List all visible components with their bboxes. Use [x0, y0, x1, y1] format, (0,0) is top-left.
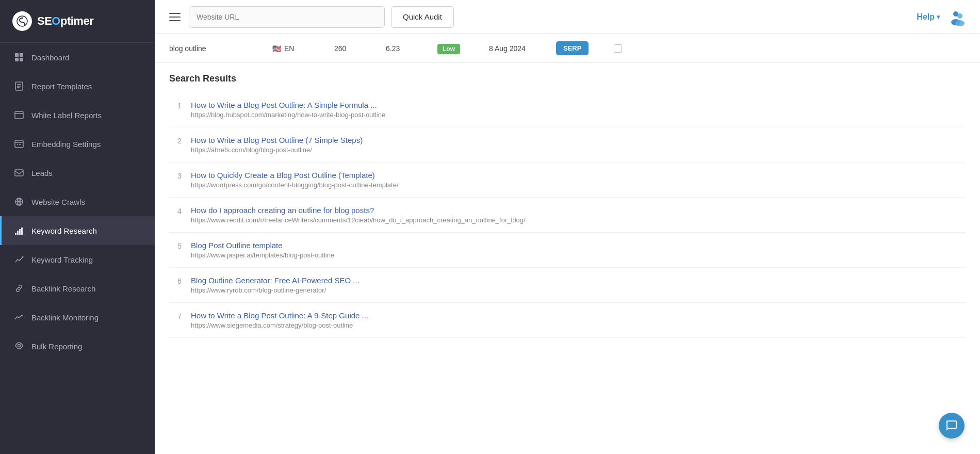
result-title[interactable]: How do I approach creating an outline fo…	[191, 206, 966, 215]
hamburger-line-3	[169, 20, 181, 21]
menu-toggle-button[interactable]	[167, 11, 183, 23]
svg-rect-13	[15, 140, 23, 148]
result-item: 6 Blog Outline Generator: Free AI-Powere…	[169, 268, 966, 303]
avatar[interactable]	[948, 7, 968, 27]
sidebar-item-label-keyword-tracking: Keyword Tracking	[31, 255, 93, 264]
sidebar-item-keyword-tracking[interactable]: Keyword Tracking	[0, 245, 155, 274]
result-title[interactable]: Blog Outline Generator: Free AI-Powered …	[191, 276, 966, 285]
keyword-date: 8 Aug 2024	[489, 44, 556, 53]
search-results-section: Search Results 1 How to Write a Blog Pos…	[155, 63, 980, 338]
language-code: EN	[284, 44, 294, 53]
result-number: 2	[169, 136, 182, 145]
svg-rect-5	[15, 58, 19, 61]
sidebar-item-leads[interactable]: Leads	[0, 158, 155, 187]
result-content: How to Quickly Create a Blog Post Outlin…	[191, 171, 966, 189]
content-area: blog outline 🇺🇸 EN 260 6.23 Low 8 Aug 20…	[155, 34, 980, 454]
result-content: How do I approach creating an outline fo…	[191, 206, 966, 224]
result-content: Blog Outline Generator: Free AI-Powered …	[191, 276, 966, 294]
svg-rect-25	[21, 228, 23, 235]
header: Quick Audit Help ▾	[155, 0, 980, 34]
result-content: How to Write a Blog Post Outline (7 Simp…	[191, 136, 966, 154]
competition-badge: Low	[437, 44, 460, 54]
sidebar-item-backlink-monitoring[interactable]: Backlink Monitoring	[0, 303, 155, 332]
sidebar-item-report-templates[interactable]: Report Templates	[0, 72, 155, 101]
result-item: 2 How to Write a Blog Post Outline (7 Si…	[169, 127, 966, 163]
result-title[interactable]: How to Write a Blog Post Outline: A Simp…	[191, 101, 966, 109]
result-content: How to Write a Blog Post Outline: A 9-St…	[191, 311, 966, 329]
chevron-down-icon: ▾	[937, 13, 940, 21]
result-item: 3 How to Quickly Create a Blog Post Outl…	[169, 163, 966, 198]
svg-rect-3	[15, 53, 19, 57]
svg-point-2	[24, 24, 26, 25]
hamburger-line-2	[169, 17, 181, 18]
serp-button[interactable]: SERP	[556, 41, 589, 55]
sidebar-item-white-label-reports[interactable]: White Label Reports	[0, 101, 155, 129]
leads-icon	[14, 168, 24, 178]
help-button[interactable]: Help ▾	[917, 12, 940, 22]
svg-rect-17	[15, 170, 23, 176]
svg-point-1	[22, 18, 23, 19]
result-title[interactable]: How to Write a Blog Post Outline (7 Simp…	[191, 136, 966, 144]
sidebar-item-label-backlink-monitoring: Backlink Monitoring	[31, 313, 99, 322]
website-crawls-icon	[14, 197, 24, 207]
svg-point-27	[18, 345, 21, 347]
result-item: 5 Blog Post Outline template https://www…	[169, 233, 966, 268]
sidebar-item-website-crawls[interactable]: Website Crawls	[0, 187, 155, 216]
backlink-research-icon	[14, 283, 24, 294]
result-url: https://ahrefs.com/blog/blog-post-outlin…	[191, 146, 966, 154]
result-title[interactable]: Blog Post Outline template	[191, 241, 966, 250]
svg-point-26	[22, 256, 24, 258]
sidebar-item-bulk-reporting[interactable]: Bulk Reporting	[0, 332, 155, 361]
svg-rect-23	[17, 231, 19, 235]
keyword-volume: 260	[334, 44, 386, 53]
svg-point-29	[957, 13, 962, 19]
sidebar-item-dashboard[interactable]: Dashboard	[0, 43, 155, 72]
main-panel: Quick Audit Help ▾ blog outline 🇺🇸	[155, 0, 980, 454]
help-label: Help	[917, 12, 935, 22]
keyword-language: 🇺🇸 EN	[272, 44, 334, 53]
svg-rect-22	[15, 233, 17, 235]
chat-button[interactable]	[939, 413, 965, 439]
url-input[interactable]	[189, 6, 385, 28]
result-item: 4 How do I approach creating an outline …	[169, 198, 966, 233]
white-label-reports-icon	[14, 110, 24, 120]
sidebar-item-embedding-settings[interactable]: Embedding Settings	[0, 129, 155, 158]
report-templates-icon	[14, 81, 24, 91]
svg-rect-6	[20, 58, 23, 61]
sidebar-item-label-backlink-research: Backlink Research	[31, 284, 95, 293]
result-title[interactable]: How to Write a Blog Post Outline: A 9-St…	[191, 311, 966, 320]
result-number: 5	[169, 241, 182, 250]
sidebar-item-keyword-research[interactable]: Keyword Research	[0, 216, 155, 245]
sidebar: SEOptimer DashboardReport TemplatesWhite…	[0, 0, 155, 454]
svg-rect-11	[15, 111, 23, 119]
svg-rect-24	[19, 229, 21, 235]
result-url: https://wordpress.com/go/content-bloggin…	[191, 181, 966, 189]
result-content: How to Write a Blog Post Outline: A Simp…	[191, 101, 966, 119]
result-url: https://www.siegemedia.com/strategy/blog…	[191, 321, 966, 329]
result-title[interactable]: How to Quickly Create a Blog Post Outlin…	[191, 171, 966, 180]
sidebar-item-label-white-label-reports: White Label Reports	[31, 111, 102, 120]
keyword-data-row: blog outline 🇺🇸 EN 260 6.23 Low 8 Aug 20…	[155, 34, 980, 63]
sidebar-logo: SEOptimer	[0, 0, 155, 43]
flag-icon: 🇺🇸	[272, 44, 281, 53]
backlink-monitoring-icon	[14, 312, 24, 322]
sidebar-item-backlink-research[interactable]: Backlink Research	[0, 274, 155, 303]
keyword-name: blog outline	[169, 44, 272, 53]
row-checkbox[interactable]	[614, 44, 622, 53]
result-item: 1 How to Write a Blog Post Outline: A Si…	[169, 92, 966, 127]
quick-audit-button[interactable]: Quick Audit	[391, 6, 454, 28]
result-number: 1	[169, 101, 182, 110]
sidebar-item-label-embedding-settings: Embedding Settings	[31, 140, 101, 149]
header-right: Help ▾	[917, 7, 968, 27]
row-checkbox-cell	[608, 44, 628, 53]
result-number: 6	[169, 276, 182, 285]
bulk-reporting-icon	[14, 341, 24, 351]
sidebar-item-label-keyword-research: Keyword Research	[31, 226, 97, 235]
result-url: https://blog.hubspot.com/marketing/how-t…	[191, 111, 966, 119]
keyword-difficulty: 6.23	[386, 44, 437, 53]
result-url: https://www.reddit.com/r/freelanceWriter…	[191, 216, 966, 224]
results-list: 1 How to Write a Blog Post Outline: A Si…	[169, 92, 966, 338]
result-url: https://www.ryrob.com/blog-outline-gener…	[191, 286, 966, 294]
result-number: 4	[169, 206, 182, 215]
result-url: https://www.jasper.ai/templates/blog-pos…	[191, 251, 966, 259]
